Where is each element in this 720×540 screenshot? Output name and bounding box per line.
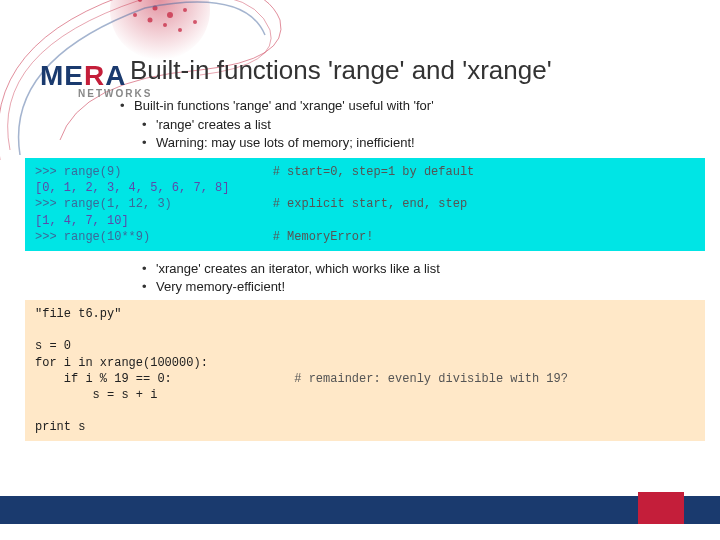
svg-point-8 xyxy=(193,20,197,24)
bullet-main: Built-in functions 'range' and 'xrange' … xyxy=(120,98,680,113)
footer-accent-top xyxy=(638,492,684,496)
slide-title: Built-in functions 'range' and 'xrange' xyxy=(130,55,552,86)
bullet-sub: 'xrange' creates an iterator, which work… xyxy=(142,261,680,276)
svg-point-9 xyxy=(133,13,137,17)
svg-point-4 xyxy=(183,8,187,12)
code-block-xrange: "file t6.py" s = 0 for i in xrange(10000… xyxy=(25,300,705,442)
bullet-sub: Very memory-efficient! xyxy=(142,279,680,294)
svg-point-5 xyxy=(163,23,167,27)
bullet-sub: Warning: may use lots of memory; ineffic… xyxy=(142,135,680,150)
footer-bar xyxy=(0,496,720,524)
svg-point-7 xyxy=(178,28,182,32)
svg-point-3 xyxy=(167,12,173,18)
code-block-range: >>> range(9) # start=0, step=1 by defaul… xyxy=(25,158,705,251)
bullet-sub: 'range' creates a list xyxy=(142,117,680,132)
svg-point-6 xyxy=(148,18,153,23)
svg-point-0 xyxy=(110,0,210,60)
slide-content: Built-in functions 'range' and 'xrange' … xyxy=(120,98,680,451)
footer-accent xyxy=(638,496,684,524)
